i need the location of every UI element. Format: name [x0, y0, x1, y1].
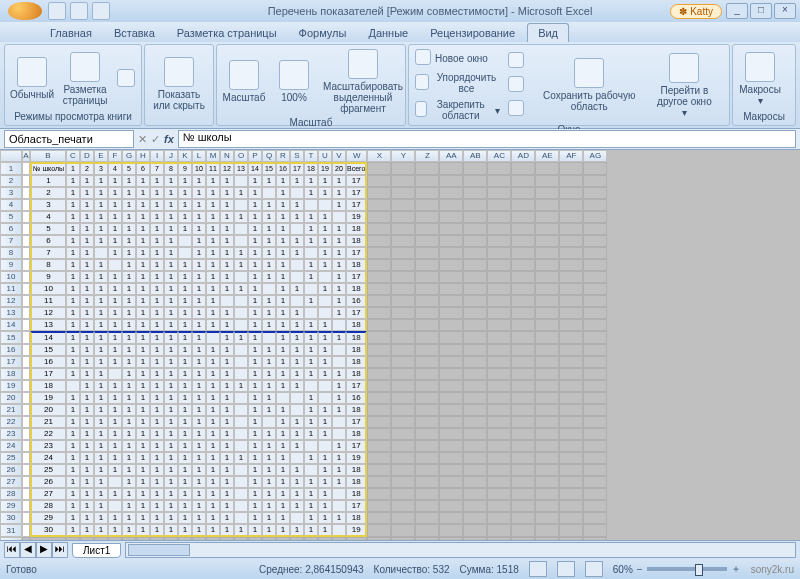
cell[interactable]: 1: [150, 476, 164, 488]
cell[interactable]: 1: [234, 524, 248, 537]
cell[interactable]: 1: [150, 247, 164, 259]
cell[interactable]: [367, 368, 391, 380]
cell[interactable]: [94, 247, 108, 259]
cell[interactable]: [22, 187, 30, 199]
cell[interactable]: 1: [94, 368, 108, 380]
cell[interactable]: 1: [178, 440, 192, 452]
cell[interactable]: [463, 537, 487, 540]
cell[interactable]: 1: [206, 307, 220, 319]
cell[interactable]: 1: [318, 247, 332, 259]
cell[interactable]: 1: [276, 187, 290, 199]
cell[interactable]: [463, 512, 487, 524]
cell[interactable]: 1: [276, 440, 290, 452]
cell[interactable]: [367, 162, 391, 175]
cell[interactable]: [164, 537, 178, 540]
cell[interactable]: [367, 319, 391, 331]
cell[interactable]: [559, 440, 583, 452]
cell[interactable]: 1: [136, 223, 150, 235]
cell[interactable]: [487, 524, 511, 537]
cell[interactable]: 29: [30, 512, 66, 524]
cell[interactable]: 1: [206, 380, 220, 392]
cell[interactable]: 1: [66, 211, 80, 223]
cell[interactable]: 13: [30, 319, 66, 331]
cell[interactable]: [391, 259, 415, 271]
cell[interactable]: [367, 464, 391, 476]
cell[interactable]: 1: [178, 380, 192, 392]
cell[interactable]: 1: [122, 356, 136, 368]
cell[interactable]: [463, 307, 487, 319]
cell[interactable]: 1: [94, 416, 108, 428]
cell[interactable]: 1: [206, 211, 220, 223]
cell[interactable]: 1: [108, 307, 122, 319]
cell[interactable]: [108, 259, 122, 271]
cell[interactable]: 1: [66, 524, 80, 537]
col-header[interactable]: M: [206, 150, 220, 162]
cell[interactable]: 1: [66, 476, 80, 488]
col-header[interactable]: U: [318, 150, 332, 162]
cell[interactable]: 19: [318, 162, 332, 175]
cell[interactable]: 1: [332, 331, 346, 344]
cell[interactable]: 1: [164, 344, 178, 356]
cell[interactable]: [415, 537, 439, 540]
cell[interactable]: 1: [80, 199, 94, 211]
cell[interactable]: 1: [164, 211, 178, 223]
row-header[interactable]: 17: [0, 356, 22, 368]
row-header[interactable]: 12: [0, 295, 22, 307]
cell[interactable]: 1: [318, 356, 332, 368]
cell[interactable]: [206, 331, 220, 344]
cell[interactable]: 16: [276, 162, 290, 175]
cell[interactable]: 1: [150, 392, 164, 404]
cell[interactable]: 17: [346, 500, 367, 512]
cell[interactable]: 1: [80, 271, 94, 283]
cell[interactable]: 1: [122, 247, 136, 259]
cell[interactable]: 1: [108, 440, 122, 452]
cell[interactable]: 1: [276, 295, 290, 307]
cell[interactable]: 1: [262, 175, 276, 187]
cell[interactable]: 1: [150, 175, 164, 187]
cell[interactable]: 1: [332, 235, 346, 247]
cell[interactable]: 12: [220, 162, 234, 175]
cell[interactable]: 1: [80, 235, 94, 247]
cell[interactable]: 1: [262, 476, 276, 488]
cell[interactable]: [415, 476, 439, 488]
cell[interactable]: 24: [30, 452, 66, 464]
cell[interactable]: 1: [318, 488, 332, 500]
cell[interactable]: [487, 331, 511, 344]
cell[interactable]: [318, 537, 332, 540]
cell[interactable]: [487, 344, 511, 356]
cell[interactable]: 1: [178, 512, 192, 524]
cell[interactable]: 1: [206, 368, 220, 380]
cell[interactable]: 1: [220, 512, 234, 524]
cell[interactable]: 1: [206, 283, 220, 295]
cell[interactable]: 1: [262, 307, 276, 319]
cell[interactable]: [415, 199, 439, 211]
row-header[interactable]: 32: [0, 537, 22, 540]
row-header[interactable]: 5: [0, 211, 22, 223]
cell[interactable]: 1: [150, 404, 164, 416]
cell[interactable]: 1: [94, 464, 108, 476]
cell[interactable]: [559, 307, 583, 319]
cell[interactable]: 1: [192, 319, 206, 331]
cell[interactable]: 1: [164, 416, 178, 428]
cell[interactable]: 1: [276, 199, 290, 211]
cell[interactable]: [22, 344, 30, 356]
cell[interactable]: 1: [290, 211, 304, 223]
cell[interactable]: [22, 295, 30, 307]
cell[interactable]: 1: [290, 368, 304, 380]
cell[interactable]: [559, 500, 583, 512]
cell[interactable]: [439, 283, 463, 295]
cell[interactable]: [511, 512, 535, 524]
cell[interactable]: 1: [94, 440, 108, 452]
cell[interactable]: 19: [346, 452, 367, 464]
col-header[interactable]: A: [22, 150, 30, 162]
cell[interactable]: 1: [80, 500, 94, 512]
cell[interactable]: [463, 524, 487, 537]
cell[interactable]: [367, 416, 391, 428]
cell[interactable]: [22, 392, 30, 404]
cell[interactable]: 1: [108, 416, 122, 428]
cell[interactable]: 1: [66, 175, 80, 187]
cell[interactable]: 1: [304, 428, 318, 440]
cell[interactable]: 14: [30, 331, 66, 344]
cell[interactable]: [22, 464, 30, 476]
cell[interactable]: [391, 500, 415, 512]
